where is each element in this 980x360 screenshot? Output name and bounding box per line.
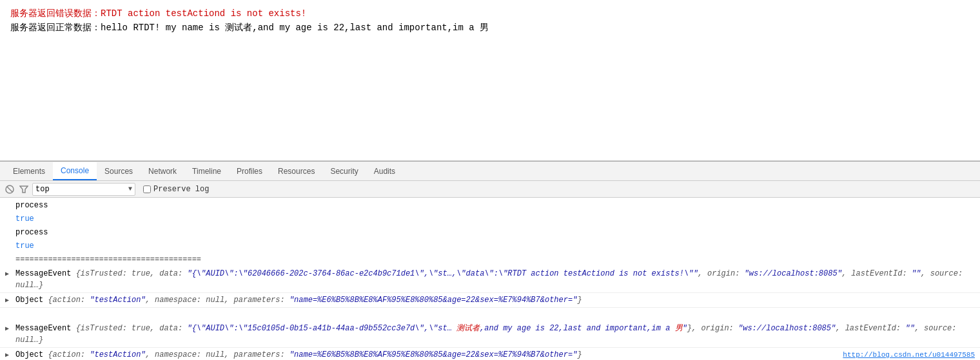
tab-resources[interactable]: Resources [270,162,322,180]
console-message-event-1[interactable]: ▶ MessageEvent {isTrusted: true, data: "… [0,267,980,293]
console-output[interactable]: process true process true ==============… [0,198,980,360]
console-line-true2: true [0,240,980,253]
console-line-process2: process [0,226,980,240]
tab-network[interactable]: Network [141,162,184,180]
console-toolbar: top ▼ Preserve log [0,181,980,198]
top-dropdown[interactable]: top ▼ [32,183,135,196]
normal-label: 服务器返回正常数据： [10,23,101,33]
object-content-1: Object {action: "testAction", namespace:… [15,294,582,306]
msg-type-1: MessageEvent [15,269,76,278]
expand-arrow-icon: ▶ [5,269,15,279]
object-content-2: Object {action: "testAction", namespace:… [15,349,582,360]
error-line: 服务器返回错误数据：RTDT action testActiond is not… [10,6,970,21]
obj-body-1: {action: "testAction", namespace: null, … [48,296,582,305]
tab-profiles[interactable]: Profiles [229,162,270,180]
preserve-log-text: Preserve log [153,185,209,194]
console-object-2[interactable]: ▶ Object {action: "testAction", namespac… [0,348,980,360]
url-bar[interactable]: http://blog.csdn.net/u014497585 [843,351,975,359]
console-line-process1: process [0,199,980,213]
console-line-true1: true [0,213,980,226]
preserve-log-label[interactable]: Preserve log [143,185,209,194]
console-line-separator: ======================================== [0,253,980,267]
svg-marker-2 [20,186,28,193]
svg-line-1 [7,187,12,192]
obj-type-2: Object [15,350,48,359]
tab-audits[interactable]: Audits [366,162,403,180]
message-event-content-1: MessageEvent {isTrusted: true, data: "{\… [15,268,975,291]
expand-arrow-icon-2: ▶ [5,296,15,305]
msg-type-2: MessageEvent [15,324,76,333]
console-object-1[interactable]: ▶ Object {action: "testAction", namespac… [0,293,980,308]
preserve-log-checkbox[interactable] [143,185,151,193]
tab-security[interactable]: Security [322,162,366,180]
filter-icon[interactable] [18,184,30,195]
msg-body-1: {isTrusted: true, data: "{\"AUID\":\"620… [15,269,963,290]
console-message-event-2[interactable]: ▶ MessageEvent {isTrusted: true, data: "… [0,321,980,348]
top-dropdown-value: top [35,185,50,194]
msg-body-2: {isTrusted: true, data: "{\"AUID\":\"15c… [15,324,956,345]
devtools-panel: Elements Console Sources Network Timelin… [0,161,980,360]
main-content: 服务器返回错误数据：RTDT action testActiond is not… [0,0,980,161]
chevron-down-icon: ▼ [128,185,132,193]
obj-body-2: {action: "testAction", namespace: null, … [48,350,582,359]
obj-type-1: Object [15,296,48,305]
tab-console[interactable]: Console [53,162,97,180]
clear-console-icon[interactable] [4,184,15,195]
tab-elements[interactable]: Elements [5,162,53,180]
normal-line: 服务器返回正常数据：hello RTDT! my name is 测试者,and… [10,21,970,35]
expand-arrow-icon-3: ▶ [5,324,15,334]
normal-content: hello RTDT! my name is 测试者,and my age is… [101,23,489,33]
console-blank-line [0,308,980,321]
error-content: RTDT action testActiond is not exists! [101,8,306,19]
tab-timeline[interactable]: Timeline [184,162,229,180]
devtools-tabs: Elements Console Sources Network Timelin… [0,162,980,181]
expand-arrow-icon-4: ▶ [5,350,15,360]
error-label: 服务器返回错误数据： [10,8,101,19]
message-event-content-2: MessageEvent {isTrusted: true, data: "{\… [15,323,975,346]
tab-sources[interactable]: Sources [97,162,141,180]
